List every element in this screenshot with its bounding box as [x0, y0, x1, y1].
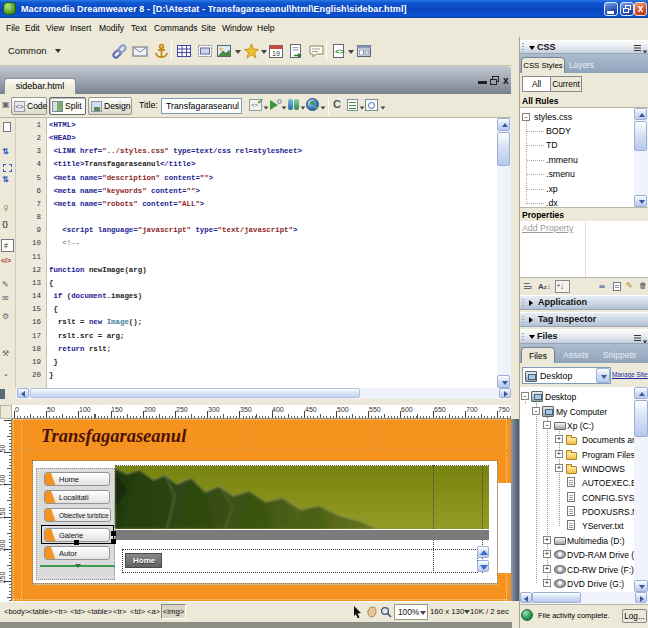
svg-text:19: 19 [272, 50, 280, 57]
svg-text:<>: <> [335, 47, 345, 56]
